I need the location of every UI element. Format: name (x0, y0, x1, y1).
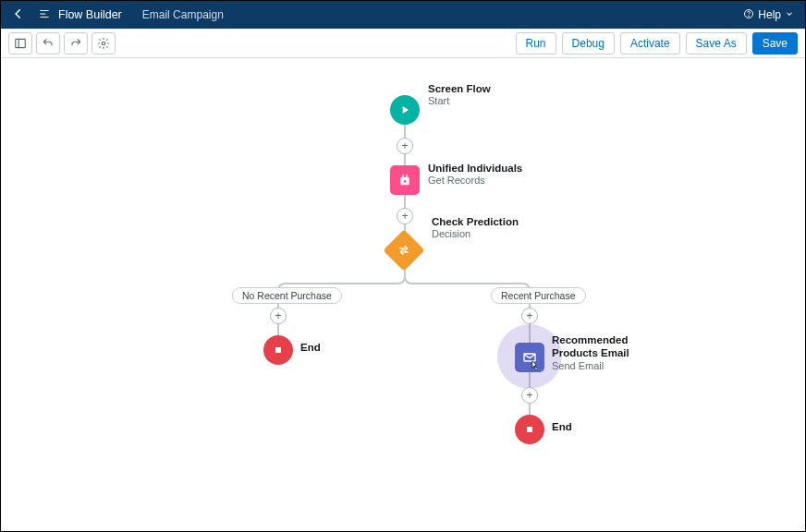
help-label: Help (758, 8, 781, 21)
plus-icon: + (401, 139, 408, 152)
settings-button[interactable] (92, 32, 116, 54)
debug-button[interactable]: Debug (562, 32, 615, 54)
layout-toggle-button[interactable] (8, 32, 32, 54)
svg-rect-2 (16, 39, 26, 47)
chevron-down-icon (785, 8, 794, 21)
send-email-node-label: Recommended Products Email Send Email (552, 333, 663, 373)
svg-point-10 (404, 180, 407, 183)
save-button[interactable]: Save (752, 32, 798, 54)
add-element-button[interactable]: + (397, 208, 413, 224)
decision-node[interactable] (389, 236, 419, 265)
plus-icon: + (526, 309, 532, 322)
decision-node-label: Check Prediction Decision (432, 215, 519, 241)
flow-canvas[interactable]: Screen Flow Start + Unified Individuals … (1, 58, 805, 531)
help-icon (743, 8, 754, 22)
flow-builder-logo-icon (38, 7, 51, 23)
help-menu[interactable]: Help (743, 8, 794, 22)
add-element-button[interactable]: + (270, 308, 287, 324)
undo-button[interactable] (36, 32, 60, 54)
svg-rect-13 (527, 427, 532, 432)
end-node-right[interactable] (515, 415, 544, 444)
cursor-pointer-icon (526, 359, 543, 376)
add-element-button[interactable]: + (521, 387, 538, 404)
end-node-right-label: End (552, 420, 572, 433)
activate-button[interactable]: Activate (620, 32, 680, 54)
toolbar: Run Debug Activate Save As Save (1, 29, 805, 58)
app-header: Flow Builder Email Campaign Help (1, 1, 805, 29)
svg-point-4 (102, 42, 105, 45)
run-button[interactable]: Run (516, 32, 556, 54)
plus-icon: + (275, 309, 281, 322)
plus-icon: + (526, 389, 532, 402)
connectors (1, 58, 806, 532)
start-node-label: Screen Flow Start (428, 82, 491, 108)
end-node-left[interactable] (263, 335, 293, 365)
page-name: Email Campaign (142, 8, 224, 21)
plus-icon: + (401, 210, 408, 223)
redo-button[interactable] (64, 32, 88, 54)
add-element-button[interactable]: + (521, 308, 538, 324)
get-records-node[interactable] (390, 165, 420, 195)
save-as-button[interactable]: Save As (686, 32, 747, 54)
svg-rect-11 (275, 347, 281, 353)
svg-point-1 (749, 16, 750, 17)
branch-label-left[interactable]: No Recent Purchase (232, 287, 342, 304)
get-records-node-label: Unified Individuals Get Records (428, 162, 522, 187)
back-icon[interactable] (12, 7, 25, 23)
start-node[interactable] (390, 95, 420, 125)
branch-label-right[interactable]: Recent Purchase (491, 287, 586, 304)
add-element-button[interactable]: + (397, 138, 413, 154)
app-title: Flow Builder (58, 8, 122, 21)
end-node-left-label: End (300, 341, 321, 354)
